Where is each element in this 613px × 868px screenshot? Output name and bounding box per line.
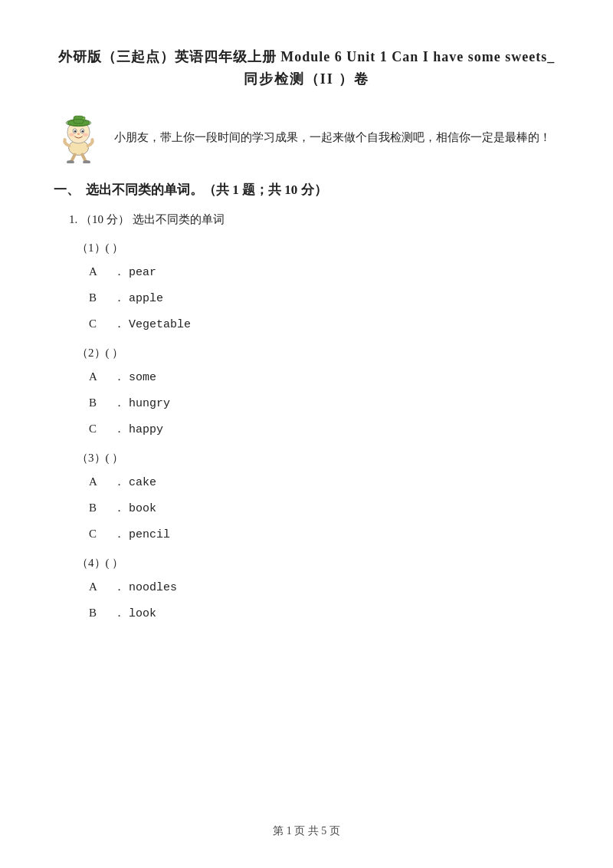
- page-footer: 第 1 页 共 5 页: [0, 821, 613, 840]
- option-1b: B ． apple: [89, 288, 559, 309]
- option-label: A: [89, 577, 106, 597]
- option-dot: ．: [113, 603, 121, 623]
- option-label: B: [89, 393, 106, 413]
- option-text: pencil: [129, 524, 170, 545]
- option-dot: ．: [113, 261, 121, 282]
- question-text: 选出不同类的单词: [133, 213, 225, 225]
- question-main: 1. （10 分） 选出不同类的单词: [69, 209, 559, 230]
- option-3c: C ． pencil: [89, 524, 559, 545]
- svg-point-11: [83, 133, 88, 136]
- option-2c: C ． happy: [89, 419, 559, 440]
- option-4b: B ． look: [89, 603, 559, 624]
- option-text: hungry: [129, 393, 170, 414]
- svg-point-8: [82, 130, 84, 132]
- option-label: B: [89, 603, 106, 623]
- option-label: C: [89, 314, 106, 334]
- option-dot: ．: [113, 524, 121, 544]
- svg-point-9: [77, 133, 80, 134]
- option-2a: A ． some: [89, 367, 559, 388]
- mascot-row: 小朋友，带上你一段时间的学习成果，一起来做个自我检测吧，相信你一定是最棒的！: [54, 113, 559, 163]
- option-dot: ．: [113, 367, 121, 387]
- option-4a: A ． noodles: [89, 577, 559, 598]
- option-label: C: [89, 524, 106, 544]
- section-title: 一、 选出不同类的单词。（共 1 题；共 10 分）: [54, 179, 559, 202]
- option-label: A: [89, 472, 106, 492]
- option-dot: ．: [113, 314, 121, 334]
- option-1c: C ． Vegetable: [89, 314, 559, 335]
- option-3b: B ． book: [89, 498, 559, 519]
- option-dot: ．: [113, 472, 121, 492]
- footer-text: 第 1 页 共 5 页: [273, 825, 340, 837]
- option-dot: ．: [113, 498, 121, 518]
- option-label: A: [89, 261, 106, 282]
- title-line2: 同步检测（II ）卷: [54, 68, 559, 90]
- option-3a: A ． cake: [89, 472, 559, 493]
- option-dot: ．: [113, 419, 121, 439]
- option-text: apple: [129, 288, 163, 309]
- section-num: 一、: [54, 179, 80, 202]
- option-1a: A ． pear: [89, 261, 559, 283]
- sub-question-1: （1）( ）: [77, 238, 559, 258]
- option-label: C: [89, 419, 106, 439]
- sub-q1-id: （1）( ）: [77, 242, 123, 254]
- sub-q4-id: （4）( ）: [77, 557, 123, 569]
- option-2b: B ． hungry: [89, 393, 559, 414]
- svg-point-10: [69, 133, 74, 136]
- option-label: B: [89, 498, 106, 518]
- sub-q3-id: （3）( ）: [77, 452, 123, 464]
- option-dot: ．: [113, 577, 121, 597]
- title-line1: 外研版（三起点）英语四年级上册 Module 6 Unit 1 Can I ha…: [54, 46, 559, 68]
- option-text: Vegetable: [129, 314, 191, 335]
- svg-point-7: [74, 130, 76, 132]
- sub-question-4: （4）( ）: [77, 553, 559, 574]
- option-dot: ．: [113, 393, 121, 413]
- title-block: 外研版（三起点）英语四年级上册 Module 6 Unit 1 Can I ha…: [54, 46, 559, 90]
- option-label: A: [89, 367, 106, 387]
- question-number: 1.: [69, 213, 77, 225]
- option-text: cake: [129, 472, 156, 493]
- option-text: pear: [129, 262, 156, 283]
- option-label: B: [89, 288, 106, 308]
- option-dot: ．: [113, 288, 121, 308]
- section-title-text: 选出不同类的单词。（共 1 题；共 10 分）: [86, 179, 327, 202]
- option-text: book: [129, 498, 156, 519]
- option-text: noodles: [129, 577, 177, 598]
- mascot-icon: [54, 113, 103, 163]
- option-text: look: [129, 603, 156, 624]
- sub-q2-id: （2）( ）: [77, 347, 123, 359]
- question-score: （10 分）: [80, 213, 129, 225]
- sub-question-3: （3）( ）: [77, 448, 559, 469]
- sub-question-2: （2）( ）: [77, 343, 559, 363]
- option-text: some: [129, 367, 156, 388]
- option-text: happy: [129, 419, 163, 440]
- mascot-text: 小朋友，带上你一段时间的学习成果，一起来做个自我检测吧，相信你一定是最棒的！: [114, 128, 551, 148]
- question-block: 1. （10 分） 选出不同类的单词 （1）( ） A ． pear B ． a…: [69, 209, 559, 624]
